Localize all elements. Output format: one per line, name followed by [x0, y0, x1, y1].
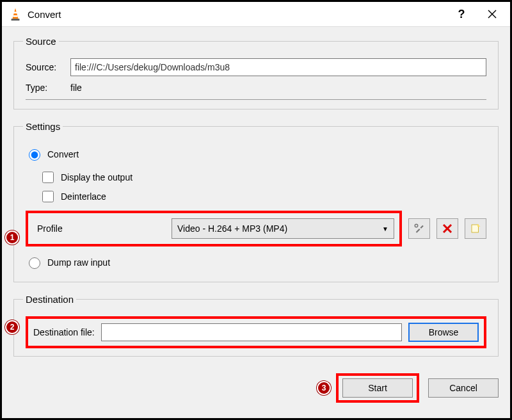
new-profile-button[interactable]	[465, 218, 486, 239]
source-group: Source Source: Type: file	[13, 36, 499, 109]
convert-radio-input[interactable]	[29, 149, 40, 161]
profile-row: Profile Video - H.264 + MP3 (MP4) ▼	[26, 211, 486, 246]
title-bar: Convert ?	[2, 2, 510, 27]
dialog-body: Source Source: Type: file Settings Conve…	[2, 27, 510, 377]
dump-raw-radio[interactable]: Dump raw input	[26, 255, 486, 269]
chevron-down-icon: ▼	[382, 225, 388, 232]
start-button[interactable]: Start	[342, 378, 413, 398]
convert-radio-label: Convert	[47, 149, 79, 159]
deinterlace-checkbox[interactable]: Deinterlace	[40, 189, 486, 204]
deinterlace-input[interactable]	[42, 191, 54, 202]
destination-group: Destination 2 Destination file: Browse	[13, 294, 499, 357]
dump-raw-radio-input[interactable]	[29, 257, 40, 269]
source-label: Source:	[26, 62, 70, 72]
display-output-input[interactable]	[42, 172, 54, 183]
destination-input[interactable]	[101, 323, 402, 341]
convert-dialog: Convert ? Source Source: Type: file	[0, 0, 512, 420]
tools-icon	[413, 223, 425, 234]
type-row: Type: file	[26, 83, 486, 93]
settings-group: Settings Convert Display the output Dein…	[13, 121, 499, 282]
profile-label: Profile	[37, 223, 165, 234]
type-label: Type:	[26, 83, 70, 93]
window-title: Convert	[28, 9, 446, 20]
profile-combobox[interactable]: Video - H.264 + MP3 (MP4) ▼	[172, 218, 394, 239]
close-icon	[488, 10, 497, 19]
profile-selected-value: Video - H.264 + MP3 (MP4)	[177, 223, 287, 234]
svg-rect-1	[13, 12, 17, 13]
dump-raw-label: Dump raw input	[47, 257, 110, 268]
edit-profile-button[interactable]	[408, 218, 430, 239]
delete-x-icon	[442, 223, 453, 234]
type-value: file	[70, 83, 82, 93]
callout-2: 2	[5, 320, 19, 334]
help-button[interactable]: ?	[446, 3, 477, 26]
source-input[interactable]	[70, 58, 486, 76]
settings-legend: Settings	[23, 121, 63, 132]
browse-button[interactable]: Browse	[408, 323, 479, 342]
svg-rect-3	[12, 19, 20, 20]
start-highlight: Start	[336, 373, 419, 403]
new-file-icon	[470, 223, 481, 234]
svg-marker-10	[477, 224, 481, 227]
source-row: Source:	[26, 58, 486, 76]
deinterlace-label: Deinterlace	[61, 191, 106, 202]
display-output-label: Display the output	[61, 172, 132, 182]
close-button[interactable]	[477, 3, 508, 26]
delete-profile-button[interactable]	[436, 218, 458, 239]
source-separator	[26, 99, 486, 100]
source-legend: Source	[23, 36, 59, 47]
destination-highlight: Destination file: Browse	[26, 316, 486, 348]
callout-1: 1	[5, 230, 19, 245]
callout-3: 3	[317, 381, 331, 395]
dialog-footer: 3 Start Cancel	[2, 373, 510, 403]
convert-radio[interactable]: Convert	[26, 147, 486, 161]
cancel-button[interactable]: Cancel	[428, 378, 499, 398]
destination-legend: Destination	[23, 294, 76, 305]
svg-rect-2	[13, 15, 17, 17]
destination-label: Destination file:	[33, 327, 95, 337]
display-output-checkbox[interactable]: Display the output	[40, 170, 486, 185]
profile-highlight: Profile Video - H.264 + MP3 (MP4) ▼	[26, 211, 402, 246]
vlc-icon	[8, 7, 22, 21]
help-icon: ?	[458, 8, 465, 21]
svg-rect-9	[472, 225, 479, 232]
svg-point-6	[415, 224, 418, 227]
